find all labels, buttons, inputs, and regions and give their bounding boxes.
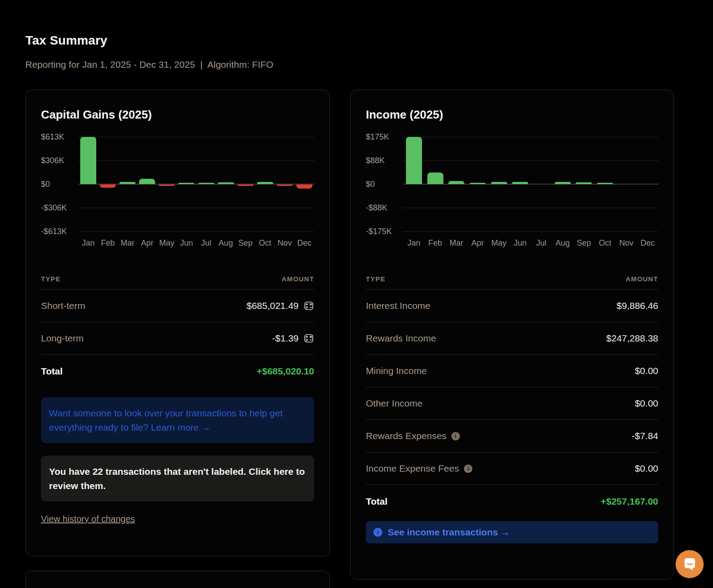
- bar-jan[interactable]: [406, 137, 422, 184]
- bar-may[interactable]: [491, 182, 507, 184]
- row-label: Short-term: [41, 300, 85, 311]
- bar-aug[interactable]: [218, 182, 234, 184]
- bar-may[interactable]: [159, 185, 175, 186]
- left-column: Capital Gains (2025) $613K$306K$0-$306K-…: [25, 90, 330, 588]
- row-label: Interest Income: [366, 300, 430, 311]
- total-row: Total +$257,167.00: [366, 485, 658, 518]
- y-axis-tick: $306K: [41, 156, 64, 165]
- bar-oct[interactable]: [257, 182, 273, 184]
- see-income-transactions-button[interactable]: i See income transactions →: [366, 521, 658, 543]
- learn-more-link[interactable]: Learn more →: [151, 422, 211, 432]
- x-axis-tick: Dec: [640, 238, 655, 248]
- bar-mar[interactable]: [448, 181, 464, 184]
- bar-jun[interactable]: [512, 182, 528, 184]
- gridline: [403, 231, 658, 232]
- bar-dec[interactable]: [296, 185, 312, 189]
- bar-mar[interactable]: [119, 182, 135, 184]
- row-label: Long-term: [41, 333, 84, 344]
- x-axis-tick: Aug: [555, 238, 570, 248]
- total-label: Total: [366, 496, 388, 507]
- row-label: Mining Income: [366, 366, 427, 376]
- chat-bubble-icon: [683, 557, 697, 572]
- bar-jul[interactable]: [198, 183, 214, 184]
- bar-oct[interactable]: [597, 183, 613, 184]
- bar-apr[interactable]: [470, 183, 486, 184]
- x-axis-tick: Dec: [297, 238, 311, 248]
- y-axis-tick: -$175K: [366, 227, 392, 236]
- row-value: -$1.39: [272, 333, 299, 344]
- row-label: Income Expense Fees: [366, 463, 459, 474]
- row-value: $685,021.49: [246, 300, 299, 311]
- page-title: Tax Summary: [25, 33, 713, 48]
- unlabeled-transactions-notice[interactable]: You have 22 transactions that aren't lab…: [41, 456, 314, 502]
- y-axis-tick: $0: [41, 180, 50, 189]
- income-title: Income (2025): [366, 108, 658, 122]
- gridline: [78, 137, 314, 137]
- bar-sep[interactable]: [238, 185, 254, 186]
- income-chart: $175K$88K$0-$88K-$175K JanFebMarAprMayJu…: [366, 137, 658, 250]
- gridline: [403, 137, 658, 137]
- y-axis-tick: $0: [366, 180, 375, 189]
- capital-gains-table: TYPE AMOUNT Short-term $685,021.49: [41, 275, 314, 387]
- page-content: Tax Summary Reporting for Jan 1, 2025 - …: [0, 0, 713, 588]
- bar-jun[interactable]: [178, 183, 194, 184]
- y-axis-tick: -$88K: [366, 203, 387, 213]
- x-axis-tick: Nov: [619, 238, 633, 248]
- review-offer-banner[interactable]: Want someone to look over your transacti…: [41, 397, 314, 443]
- gridline: [403, 208, 658, 208]
- view-history-link[interactable]: View history of changes: [41, 514, 135, 524]
- x-axis-tick: Sep: [238, 238, 253, 248]
- info-icon: i: [373, 528, 382, 537]
- row-value: $0.00: [635, 366, 658, 376]
- calculator-icon[interactable]: [303, 300, 314, 311]
- row-label: Rewards Expenses: [366, 431, 447, 441]
- gridline: [403, 160, 658, 161]
- cards-row: Capital Gains (2025) $613K$306K$0-$306K-…: [25, 90, 713, 588]
- col-type: TYPE: [41, 275, 61, 283]
- calculator-icon[interactable]: [303, 333, 314, 344]
- table-row: Other Income $0.00: [366, 387, 658, 420]
- total-row: Total +$685,020.10: [41, 355, 314, 387]
- table-row: Rewards Income $247,288.38: [366, 322, 658, 355]
- total-value: +$257,167.00: [601, 496, 658, 507]
- table-header: TYPE AMOUNT: [41, 275, 314, 290]
- chat-support-button[interactable]: [676, 550, 704, 578]
- bar-sep[interactable]: [576, 182, 592, 184]
- x-axis-tick: Oct: [599, 238, 611, 248]
- row-value: -$7.84: [631, 431, 658, 441]
- row-value: $247,288.38: [606, 333, 658, 344]
- x-axis-tick: Apr: [471, 238, 484, 248]
- gridline: [78, 160, 314, 161]
- x-axis-tick: Nov: [278, 238, 292, 248]
- capital-gains-chart: $613K$306K$0-$306K-$613K JanFebMarAprMay…: [41, 137, 314, 250]
- bar-aug[interactable]: [555, 182, 571, 184]
- info-icon[interactable]: i: [451, 432, 460, 440]
- info-icon[interactable]: i: [464, 465, 472, 473]
- x-axis-tick: Feb: [428, 238, 442, 248]
- y-axis-tick: $613K: [41, 132, 64, 142]
- total-value: +$685,020.10: [257, 366, 314, 377]
- x-axis-tick: Feb: [101, 238, 115, 248]
- bar-jan[interactable]: [80, 137, 96, 184]
- col-amount: AMOUNT: [282, 275, 314, 283]
- table-row: Long-term -$1.39: [41, 322, 314, 355]
- income-plot: JanFebMarAprMayJunJulAugSepOctNovDec: [403, 137, 658, 250]
- y-axis-labels: $613K$306K$0-$306K-$613K: [41, 137, 78, 231]
- x-axis-tick: Jan: [82, 238, 95, 248]
- row-label: Rewards Income: [366, 333, 436, 344]
- y-axis-tick: $88K: [366, 156, 385, 165]
- bar-feb[interactable]: [427, 173, 443, 184]
- row-value: $9,886.46: [617, 300, 658, 311]
- table-row: Mining Income $0.00: [366, 355, 658, 387]
- bar-apr[interactable]: [139, 179, 155, 184]
- row-value: $0.00: [635, 398, 658, 409]
- x-axis-tick: Sep: [577, 238, 591, 248]
- col-type: TYPE: [366, 275, 385, 283]
- total-label: Total: [41, 366, 63, 377]
- x-axis-tick: Jan: [407, 238, 420, 248]
- x-axis-tick: Mar: [121, 238, 135, 248]
- table-row: Rewards Expenses i -$7.84: [366, 420, 658, 452]
- capital-gains-card: Capital Gains (2025) $613K$306K$0-$306K-…: [25, 90, 330, 556]
- bar-feb[interactable]: [100, 185, 116, 188]
- bar-nov[interactable]: [277, 185, 293, 186]
